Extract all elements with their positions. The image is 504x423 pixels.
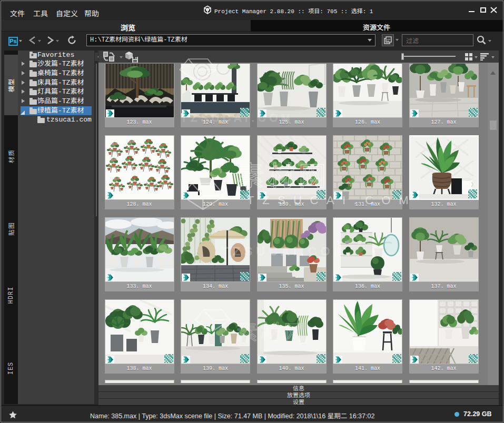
svg-text:素材网: 素材网 — [236, 154, 330, 194]
svg-text:TZSUCAI.COM: TZSUCAI.COM — [181, 112, 294, 124]
svg-text:TZSUCAI.COM: TZSUCAI.COM — [247, 194, 417, 207]
svg-text:素材网: 素材网 — [236, 316, 308, 346]
svg-text:TZSUCAI.COM: TZSUCAI.COM — [222, 245, 348, 258]
